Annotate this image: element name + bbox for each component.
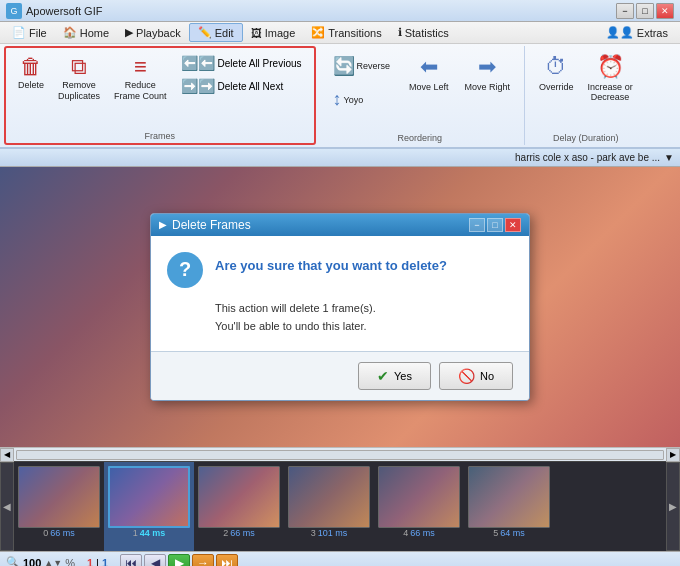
dialog-question-text: Are you sure that you want to delete? [215, 252, 447, 273]
dialog-message: This action will delete 1 frame(s). You'… [215, 300, 513, 335]
move-right-icon: ➡ [478, 54, 496, 80]
zoom-stepper[interactable]: ▲▼ [44, 558, 62, 567]
delete-icon: 🗑 [20, 56, 42, 78]
menu-playback[interactable]: ▶ Playback [117, 24, 189, 41]
frame-timing-4: 4 66 ms [403, 528, 435, 538]
status-text: harris cole x aso - park ave be ... [515, 152, 660, 163]
minimize-button[interactable]: − [616, 3, 634, 19]
frame-item-4[interactable]: 4 66 ms [374, 462, 464, 551]
menu-edit[interactable]: ✏️ Edit [189, 23, 243, 42]
frame-item-2[interactable]: 2 66 ms [194, 462, 284, 551]
override-icon: ⏱ [545, 54, 567, 80]
app-icon: G [6, 3, 22, 19]
title-bar: G Apowersoft GIF − □ ✕ [0, 0, 680, 22]
reduce-frame-count-button[interactable]: ≡ Reduce Frame Count [108, 52, 173, 106]
frame-thumb-0 [18, 466, 100, 528]
frame-total: 1 [102, 557, 108, 567]
scroll-track[interactable] [16, 450, 664, 460]
zoom-value: 100 [23, 557, 41, 567]
reordering-group-label: Reordering [316, 133, 525, 143]
close-button[interactable]: ✕ [656, 3, 674, 19]
frame-timing-1: 1 44 ms [133, 528, 166, 538]
reverse-button[interactable]: 🔄 Reverse [324, 50, 400, 82]
question-icon: ? [167, 252, 203, 288]
menu-statistics[interactable]: ℹ Statistics [390, 24, 457, 41]
frame-num-4: 4 [403, 528, 408, 538]
delete-button[interactable]: 🗑 Delete [12, 52, 50, 95]
remove-duplicates-icon: ⧉ [71, 56, 87, 78]
filmstrip-inner: 0 66 ms 1 44 ms 2 66 ms [14, 462, 666, 551]
no-icon: 🚫 [458, 368, 475, 384]
frame-ms-0: 66 ms [50, 528, 75, 538]
main-content: ▶ Delete Frames − □ ✕ ? Are you sure tha… [0, 167, 680, 447]
frame-ms-5: 64 ms [500, 528, 525, 538]
no-label: No [480, 370, 494, 382]
delete-all-previous-label: Delete All Previous [218, 58, 302, 69]
delay-group-label: Delay (Duration) [525, 133, 647, 143]
remove-duplicates-label: Remove Duplicates [58, 80, 100, 102]
nav-prev-button[interactable]: ◀ [144, 554, 166, 567]
frames-group-label: Frames [6, 131, 314, 141]
dialog-minimize-button[interactable]: − [469, 218, 485, 232]
frame-item-5[interactable]: 5 64 ms [464, 462, 554, 551]
reduce-frame-count-icon: ≡ [134, 56, 147, 78]
maximize-button[interactable]: □ [636, 3, 654, 19]
dialog-footer: ✔ Yes 🚫 No [151, 351, 529, 400]
horizontal-scrollbar[interactable]: ◀ ▶ [0, 447, 680, 461]
yoyo-icon: ↕ [333, 89, 342, 110]
scroll-right-arrow[interactable]: ▶ [666, 448, 680, 462]
delete-all-next-button[interactable]: ➡️➡️ Delete All Next [175, 75, 308, 97]
scroll-left-arrow[interactable]: ◀ [0, 448, 14, 462]
yes-button[interactable]: ✔ Yes [358, 362, 431, 390]
menu-image[interactable]: 🖼 Image [243, 25, 304, 41]
status-bar-top: harris cole x aso - park ave be ... ▼ [0, 149, 680, 167]
move-left-icon: ⬅ [420, 54, 438, 80]
frame-item-1[interactable]: 1 44 ms [104, 462, 194, 551]
menu-bar: 📄 File 🏠 Home ▶ Playback ✏️ Edit 🖼 Image… [0, 22, 680, 44]
ribbon: 🗑 Delete ⧉ Remove Duplicates ≡ Reduce Fr… [0, 44, 680, 149]
move-right-label: Move Right [465, 82, 511, 92]
nav-play-button[interactable]: ▶ [168, 554, 190, 567]
menu-file[interactable]: 📄 File [4, 24, 55, 41]
filmstrip: ◀ 0 66 ms 1 44 ms [0, 461, 680, 551]
dialog-question-area: ? Are you sure that you want to delete? [167, 252, 513, 288]
dialog-overlay: ▶ Delete Frames − □ ✕ ? Are you sure tha… [0, 167, 680, 447]
menu-transitions[interactable]: 🔀 Transitions [303, 24, 389, 41]
bottom-status-bar: 🔍 100 ▲▼ % 1 | 1 ⏮ ◀ ▶ → ⏭ [0, 551, 680, 566]
yoyo-button[interactable]: ↕ Yoyo [324, 84, 400, 115]
override-label: Override [539, 82, 574, 92]
menu-extras[interactable]: 👤👤 Extras [598, 24, 676, 41]
dialog-close-button[interactable]: ✕ [505, 218, 521, 232]
remove-duplicates-button[interactable]: ⧉ Remove Duplicates [52, 52, 106, 106]
frame-thumb-5 [468, 466, 550, 528]
frame-item-3[interactable]: 3 101 ms [284, 462, 374, 551]
yoyo-label: Yoyo [344, 95, 364, 105]
move-right-button[interactable]: ➡ Move Right [459, 50, 517, 96]
dialog-title-bar: ▶ Delete Frames − □ ✕ [151, 214, 529, 236]
menu-home[interactable]: 🏠 Home [55, 24, 117, 41]
nav-first-button[interactable]: ⏮ [120, 554, 142, 567]
nav-last-button[interactable]: ⏭ [216, 554, 238, 567]
frame-timing-0: 0 66 ms [43, 528, 75, 538]
delete-all-group: ⬅️⬅️ Delete All Previous ➡️➡️ Delete All… [175, 52, 308, 97]
filmstrip-scroll-right[interactable]: ▶ [666, 462, 680, 551]
frames-buttons: 🗑 Delete ⧉ Remove Duplicates ≡ Reduce Fr… [12, 52, 308, 120]
delete-all-previous-button[interactable]: ⬅️⬅️ Delete All Previous [175, 52, 308, 74]
override-button[interactable]: ⏱ Override [533, 50, 580, 96]
filmstrip-scroll-left[interactable]: ◀ [0, 462, 14, 551]
dialog-body: ? Are you sure that you want to delete? … [151, 236, 529, 351]
dialog-maximize-button[interactable]: □ [487, 218, 503, 232]
ribbon-group-reordering: 🔄 Reverse ↕ Yoyo ⬅ Move Left ➡ Move Righ… [316, 46, 526, 145]
frame-num-3: 3 [311, 528, 316, 538]
frame-item-0[interactable]: 0 66 ms [14, 462, 104, 551]
move-left-button[interactable]: ⬅ Move Left [403, 50, 455, 96]
delete-all-next-label: Delete All Next [218, 81, 284, 92]
frame-current: 1 [87, 557, 93, 567]
expand-icon[interactable]: ▼ [664, 152, 674, 163]
nav-next-button[interactable]: → [192, 554, 214, 567]
no-button[interactable]: 🚫 No [439, 362, 513, 390]
frame-ms-3: 101 ms [318, 528, 348, 538]
zoom-icon: 🔍 [6, 556, 20, 566]
zoom-area: 🔍 100 ▲▼ % [6, 556, 75, 566]
increase-decrease-button[interactable]: ⏰ Increase or Decrease [582, 50, 639, 106]
